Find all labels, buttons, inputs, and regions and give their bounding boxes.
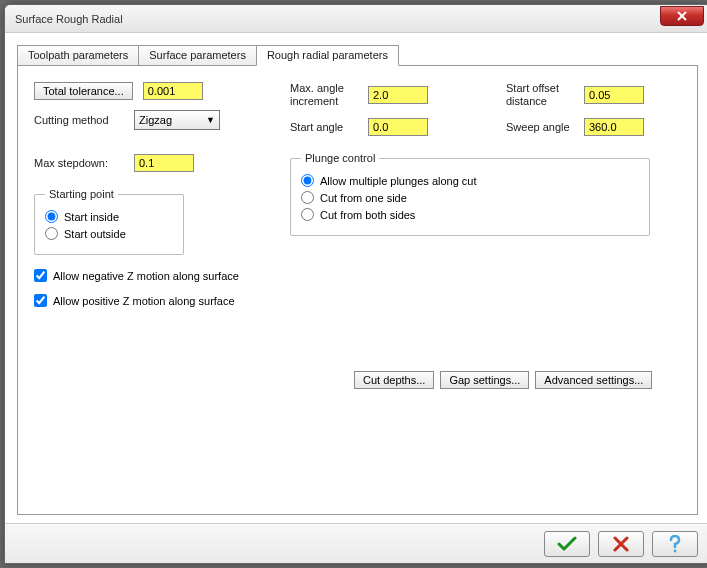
max-angle-label: Max. angle increment: [290, 82, 360, 108]
total-tolerance-input[interactable]: [143, 82, 203, 100]
check-icon: [557, 536, 577, 552]
max-angle-input[interactable]: [368, 86, 428, 104]
svg-point-0: [674, 549, 677, 552]
plunge-oneside-label: Cut from one side: [320, 192, 407, 204]
tab-surface-parameters[interactable]: Surface parameters: [138, 45, 257, 65]
ok-button[interactable]: [544, 531, 590, 557]
footer-buttons: Cut depths... Gap settings... Advanced s…: [354, 371, 681, 389]
total-tolerance-button[interactable]: Total tolerance...: [34, 82, 133, 100]
dialog-window: Surface Rough Radial Toolpath parameters…: [4, 4, 707, 564]
titlebar: Surface Rough Radial: [5, 5, 707, 33]
start-outside-label: Start outside: [64, 228, 126, 240]
close-icon: [676, 11, 688, 21]
cutting-method-select[interactable]: Zigzag ▼: [134, 110, 220, 130]
start-angle-input[interactable]: [368, 118, 428, 136]
sweep-angle-label: Sweep angle: [506, 121, 576, 134]
starting-point-legend: Starting point: [45, 188, 118, 200]
allow-pos-z-label: Allow positive Z motion along surface: [53, 295, 235, 307]
question-icon: [668, 535, 682, 553]
help-button[interactable]: [652, 531, 698, 557]
start-inside-input[interactable]: [45, 210, 58, 223]
tab-rough-radial-parameters[interactable]: Rough radial parameters: [256, 45, 399, 66]
allow-neg-z-check[interactable]: Allow negative Z motion along surface: [34, 269, 274, 282]
bottom-bar: [5, 523, 707, 563]
x-icon: [613, 536, 629, 552]
client-area: Toolpath parameters Surface parameters R…: [5, 33, 707, 523]
gap-settings-button[interactable]: Gap settings...: [440, 371, 529, 389]
close-button[interactable]: [660, 6, 704, 26]
window-title: Surface Rough Radial: [15, 13, 660, 25]
plunge-oneside-input[interactable]: [301, 191, 314, 204]
allow-pos-z-check[interactable]: Allow positive Z motion along surface: [34, 294, 274, 307]
cut-depths-button[interactable]: Cut depths...: [354, 371, 434, 389]
tab-strip: Toolpath parameters Surface parameters R…: [17, 41, 698, 65]
tab-body: Total tolerance... Cutting method Zigzag…: [17, 65, 698, 515]
chevron-down-icon: ▼: [206, 115, 215, 125]
plunge-multiple-label: Allow multiple plunges along cut: [320, 175, 477, 187]
cutting-method-value: Zigzag: [139, 114, 172, 126]
start-offset-label: Start offset distance: [506, 82, 576, 108]
start-inside-radio[interactable]: Start inside: [45, 210, 173, 223]
cancel-button[interactable]: [598, 531, 644, 557]
start-outside-input[interactable]: [45, 227, 58, 240]
plunge-legend: Plunge control: [301, 152, 379, 164]
plunge-bothsides-label: Cut from both sides: [320, 209, 415, 221]
sweep-angle-input[interactable]: [584, 118, 644, 136]
start-outside-radio[interactable]: Start outside: [45, 227, 173, 240]
start-angle-label: Start angle: [290, 121, 360, 134]
plunge-bothsides-input[interactable]: [301, 208, 314, 221]
plunge-multiple-input[interactable]: [301, 174, 314, 187]
cutting-method-label: Cutting method: [34, 114, 124, 126]
advanced-settings-button[interactable]: Advanced settings...: [535, 371, 652, 389]
max-stepdown-input[interactable]: [134, 154, 194, 172]
start-offset-input[interactable]: [584, 86, 644, 104]
tab-toolpath-parameters[interactable]: Toolpath parameters: [17, 45, 139, 65]
max-stepdown-label: Max stepdown:: [34, 157, 124, 169]
allow-neg-z-label: Allow negative Z motion along surface: [53, 270, 239, 282]
allow-neg-z-input[interactable]: [34, 269, 47, 282]
allow-pos-z-input[interactable]: [34, 294, 47, 307]
start-inside-label: Start inside: [64, 211, 119, 223]
starting-point-group: Starting point Start inside Start outsid…: [34, 188, 184, 255]
